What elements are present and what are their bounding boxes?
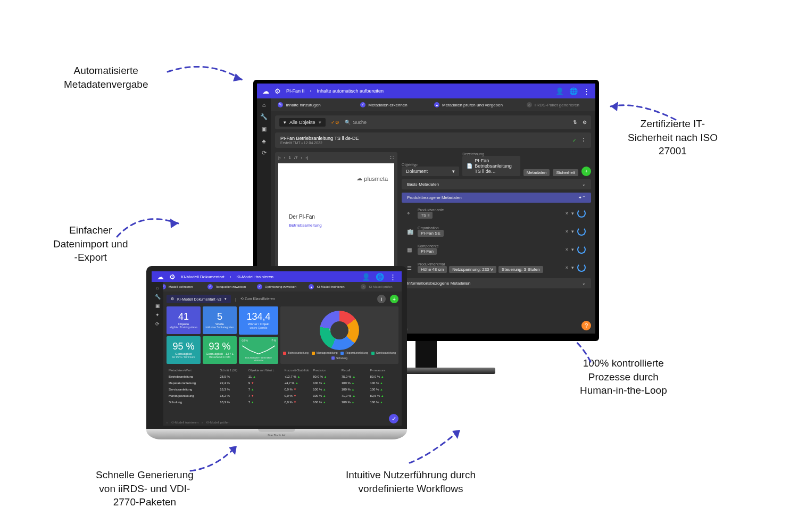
meta-row-feature: ☰ Produktmerkmal Höhe 48 cm Netzspannung…: [402, 260, 591, 275]
section-product[interactable]: Produktbezogene Metadaten✦ ⌃: [402, 193, 591, 203]
header-project: KI-Modell Dokumentart: [181, 275, 225, 279]
next[interactable]: ›: [301, 155, 303, 160]
tree-icon[interactable]: ♣: [262, 138, 265, 144]
component-chip[interactable]: PI-Fan: [418, 248, 437, 255]
prev-page[interactable]: |‹: [278, 155, 281, 160]
clear-icon[interactable]: ×: [566, 265, 568, 270]
app-header: ☁ ⚙ PI-Fan II › Inhalte automatisch aufb…: [257, 84, 595, 98]
table-row: Betriebsanleitung28,5 %11 ▲+12,7 % ▲80,0…: [167, 373, 398, 380]
filter-toggle[interactable]: ✓⊘: [331, 120, 339, 125]
meta-row-component: ▦ Komponente PI-Fan ×▾: [402, 242, 591, 257]
section-basic[interactable]: Basis-Metadaten⌄: [402, 179, 591, 189]
variant-chip[interactable]: TS ll: [418, 212, 433, 219]
annotation-iirds: Schnelle Generierung von iiRDS- und VDI-…: [96, 468, 194, 509]
add-button[interactable]: +: [390, 295, 398, 303]
feature-label: Produktmerkmal: [418, 262, 562, 266]
donut-chart: Werte- verteilung Betriebsanleitung Mont…: [280, 306, 398, 364]
safety-chip[interactable]: Sicherheit: [553, 169, 578, 176]
cloud-sync-icon[interactable]: ⟳: [262, 149, 267, 156]
user-icon[interactable]: 👤: [555, 87, 564, 95]
row-more-icon[interactable]: ⋮: [581, 138, 586, 143]
dropdown-icon[interactable]: ▾: [571, 211, 574, 216]
step-sources[interactable]: ✓Textquellen zuweisen: [202, 284, 252, 289]
magic-icon[interactable]: ✦: [578, 195, 582, 200]
box-icon[interactable]: ▣: [155, 303, 160, 309]
filter-select[interactable]: ▾ Alle Objekte ▾: [279, 118, 326, 127]
last-page[interactable]: ›|: [305, 155, 308, 160]
tool-icon[interactable]: 🔧: [260, 113, 268, 120]
expand-icon[interactable]: ⛶: [390, 155, 394, 160]
box-icon[interactable]: ▣: [261, 126, 267, 132]
tile-objects: 41Objekteeligible / Trainingsdaten: [167, 306, 201, 334]
svg-marker-0: [233, 73, 242, 81]
chevron-down-icon: ⌄: [582, 281, 586, 286]
dropdown-icon[interactable]: ▾: [571, 265, 574, 270]
clear-icon[interactable]: ×: [566, 211, 568, 216]
home-icon[interactable]: ⌂: [262, 102, 266, 108]
dropdown-icon[interactable]: ▾: [571, 229, 574, 234]
objtype-select[interactable]: Dokument▾: [402, 167, 459, 176]
help-button[interactable]: ?: [581, 321, 591, 330]
clear-icon[interactable]: ×: [566, 247, 568, 252]
search-input[interactable]: 🔍 Suche: [345, 120, 568, 125]
feature-chip[interactable]: Steuerung: 3-Stufen: [498, 266, 543, 273]
add-button[interactable]: +: [581, 167, 591, 176]
step-optimize[interactable]: ✓Optimierung zuweisen: [252, 284, 302, 289]
arrow-workflows: [404, 426, 468, 468]
gear-icon[interactable]: ⚙: [169, 273, 176, 281]
gear-icon[interactable]: ⚙: [275, 87, 281, 95]
progress-ring: [577, 245, 586, 254]
globe-icon[interactable]: 🌐: [569, 87, 578, 95]
feature-chip[interactable]: Netzspannung: 230 V: [449, 266, 496, 273]
laptop-device: ☁ ⚙ KI-Modell Dokumentart › KI-Modell tr…: [146, 266, 407, 439]
feature-chip[interactable]: Höhe 48 cm: [418, 266, 447, 273]
filter-bar: ▾ Alle Objekte ▾ ✓⊘ 🔍 Suche ⇅ ⚙: [275, 115, 591, 129]
table-row: Schulung18,3 %7 ▲0,0 % ▼100 % ▲100 % ▲10…: [167, 399, 398, 405]
tile-trend: -10 %-7 % HÖCHSTWERT BESTIMMT MINIMUM: [239, 337, 278, 364]
clear-icon[interactable]: ×: [566, 229, 568, 234]
svg-marker-1: [611, 102, 618, 111]
metadata-chip[interactable]: Metadaten: [523, 169, 550, 176]
progress-ring: [577, 263, 586, 272]
tool-icon[interactable]: 🔧: [155, 294, 161, 300]
name-value: 📄 PI-Fan Betriebsanleitung TS ll de…: [462, 156, 520, 176]
model-selector[interactable]: ⚙ KI-Modell Dokumentart ·v3 ▾: [167, 295, 231, 303]
chevron-down-icon: ⌄: [582, 182, 586, 187]
crumb-1[interactable]: KI-Modell trainieren: [171, 421, 198, 424]
org-chip[interactable]: PI-Fan SE: [418, 230, 444, 237]
annotation-workflows: Intuitive Nutzerführung durch vordefinie…: [346, 468, 476, 495]
info-button[interactable]: i: [377, 295, 386, 303]
header-project: PI-Fan II: [286, 88, 305, 94]
home-icon[interactable]: ⌂: [156, 285, 159, 290]
crumb-2[interactable]: KI-Modell prüfen: [206, 421, 229, 424]
more-icon[interactable]: ⋮: [389, 273, 396, 281]
section-info[interactable]: Informationsbezogene Metadaten⌄: [402, 278, 591, 288]
laptop-brand: MacBook Air: [268, 434, 286, 437]
svg-marker-2: [170, 219, 178, 228]
table-row: Montageanleitung18,2 %7 ▼0,0 % ▼100 % ▲7…: [167, 393, 398, 399]
step-detect-metadata[interactable]: ✓Metadaten erkennen: [342, 102, 426, 107]
globe-icon[interactable]: 🌐: [376, 273, 384, 281]
step-generate-package[interactable]: ○iiRDS-Paket generieren: [511, 102, 595, 107]
svg-marker-4: [229, 446, 237, 455]
confirm-button[interactable]: ✓: [389, 414, 398, 423]
monitor-stand-neck: [415, 341, 437, 368]
metrics-table: Metadaten-WertSchritt 1 (%)Objekte mit W…: [167, 367, 398, 405]
share-link[interactable]: ⟲ Zum Klassifizieren: [240, 297, 275, 301]
step-review-metadata[interactable]: ●Metadaten prüfen und vergeben: [426, 102, 511, 107]
workflow-steps: ✓Modell definieren ✓Textquellen zuweisen…: [152, 282, 402, 292]
settings-icon[interactable]: ⚙: [583, 120, 587, 125]
dropdown-icon[interactable]: ▾: [571, 247, 574, 252]
more-icon[interactable]: ⋮: [583, 87, 590, 95]
step-train[interactable]: ●KI-Modell trainieren: [302, 284, 352, 289]
step-test[interactable]: ○KI-Modell prüfen: [352, 284, 402, 289]
chevron-left-icon[interactable]: ‹: [167, 421, 168, 424]
breadcrumb: ‹ KI-Modell trainieren › KI-Modell prüfe…: [167, 421, 229, 424]
prev[interactable]: ‹: [284, 155, 286, 160]
user-icon[interactable]: 👤: [362, 273, 370, 281]
brain-icon[interactable]: ✦: [155, 312, 160, 318]
object-row[interactable]: PI-Fan Betriebsanleitung TS ll de-DE Ers…: [275, 132, 591, 148]
cloud-sync-icon[interactable]: ⟳: [155, 321, 160, 327]
filter-icon[interactable]: ⇅: [573, 120, 577, 125]
object-title: PI-Fan Betriebsanleitung TS ll de-DE: [280, 136, 568, 141]
